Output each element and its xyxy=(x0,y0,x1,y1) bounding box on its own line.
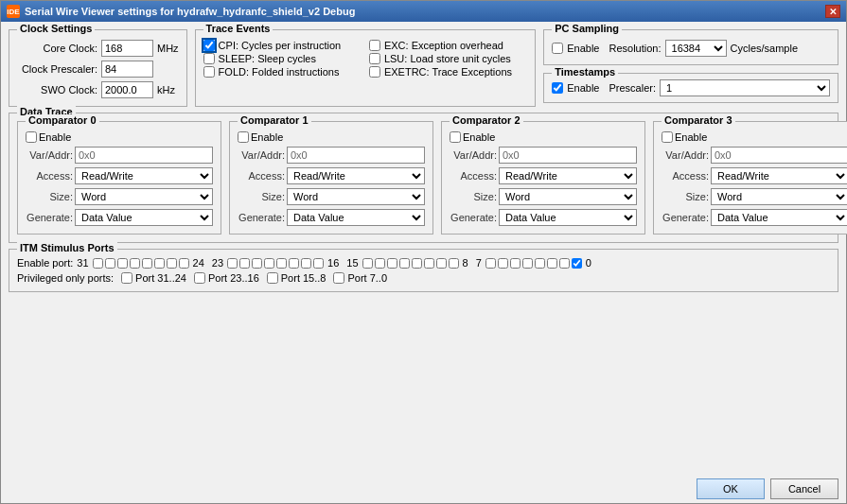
port-9-cb[interactable] xyxy=(436,258,447,269)
comparator-2: Comparator 2 Enable Var/Addr: Access: Re… xyxy=(441,121,645,235)
comparator-3: Comparator 3 Enable Var/Addr: Access: Re… xyxy=(653,121,847,235)
port-5-cb[interactable] xyxy=(510,258,521,269)
trace-fold-checkbox[interactable] xyxy=(203,66,215,78)
priv-15-8: Port 15..8 xyxy=(267,272,326,284)
trace-cpi-label: CPI: Cycles per instruction xyxy=(219,40,342,51)
port-22-cb[interactable] xyxy=(239,258,250,269)
trace-lsu-checkbox[interactable] xyxy=(369,53,380,64)
timestamps-row: Enable Prescaler: 1 4 16 64 xyxy=(552,79,830,96)
core-clock-input[interactable] xyxy=(101,40,153,57)
comp0-access-select[interactable]: Read/WriteReadWrite xyxy=(75,167,213,184)
comp2-access-label: Access: xyxy=(450,170,497,182)
port-25-cb[interactable] xyxy=(167,258,177,269)
comp1-generate-select[interactable]: Data ValuePC ValueBoth xyxy=(287,209,425,226)
comp0-generate-select[interactable]: Data ValuePC ValueBoth xyxy=(75,209,213,226)
timestamps-prescaler-label: Prescaler: xyxy=(609,82,656,94)
close-button[interactable]: ✕ xyxy=(825,5,840,18)
priv-23-16: Port 23..16 xyxy=(194,272,259,284)
ok-button[interactable]: OK xyxy=(697,478,765,499)
comp0-access-row: Access: Read/WriteReadWrite xyxy=(26,167,213,184)
comp0-size-select[interactable]: WordHalfwordByte xyxy=(75,188,213,205)
comp1-varaddr-row: Var/Addr: xyxy=(238,147,425,164)
comp3-enable-checkbox[interactable] xyxy=(662,131,673,143)
comp0-generate-row: Generate: Data ValuePC ValueBoth xyxy=(26,209,213,226)
priv-7-0: Port 7..0 xyxy=(333,272,387,284)
comp0-enable-checkbox[interactable] xyxy=(26,131,37,143)
port-31-cb[interactable] xyxy=(93,258,103,269)
port-21-cb[interactable] xyxy=(252,258,262,269)
port-18-cb[interactable] xyxy=(289,258,299,269)
priv-23-16-label: Port 23..16 xyxy=(208,272,259,284)
comp1-varaddr-input[interactable] xyxy=(287,147,425,164)
port-3-cb[interactable] xyxy=(535,258,545,269)
port-20-cb[interactable] xyxy=(264,258,274,269)
comp3-access-select[interactable]: Read/WriteReadWrite xyxy=(711,167,847,184)
trace-events-group: Trace Events CPI: Cycles per instruction… xyxy=(195,29,537,107)
port-30-cb[interactable] xyxy=(105,258,115,269)
comp1-access-select[interactable]: Read/WriteReadWrite xyxy=(287,167,425,184)
port-23-label: 23 xyxy=(212,257,223,269)
comp3-size-select[interactable]: WordHalfwordByte xyxy=(711,188,847,205)
port-7b-cb[interactable] xyxy=(485,258,496,269)
port-27-cb[interactable] xyxy=(142,258,152,269)
port-29-cb[interactable] xyxy=(117,258,128,269)
timestamps-group: Timestamps Enable Prescaler: 1 4 16 64 xyxy=(543,73,838,103)
port-4-cb[interactable] xyxy=(522,258,533,269)
port-11-cb[interactable] xyxy=(412,258,422,269)
comp1-enable-checkbox[interactable] xyxy=(238,131,249,143)
port-14-cb[interactable] xyxy=(375,258,385,269)
trace-exc-checkbox[interactable] xyxy=(369,40,380,51)
comp3-generate-select[interactable]: Data ValuePC ValueBoth xyxy=(711,209,847,226)
priv-23-16-checkbox[interactable] xyxy=(194,272,205,284)
comp2-size-select[interactable]: WordHalfwordByte xyxy=(499,188,637,205)
priv-15-8-checkbox[interactable] xyxy=(267,272,278,284)
comp3-enable-label: Enable xyxy=(675,131,707,143)
comp1-size-row: Size: WordHalfwordByte xyxy=(238,188,425,205)
timestamps-enable-label: Enable xyxy=(567,82,599,94)
port-19-cb[interactable] xyxy=(276,258,287,269)
port-2-cb[interactable] xyxy=(547,258,557,269)
comp2-generate-label: Generate: xyxy=(450,212,497,223)
trace-exetrc-checkbox[interactable] xyxy=(369,66,380,78)
trace-cpi-checkbox[interactable] xyxy=(203,40,215,51)
clock-settings-label: Clock Settings xyxy=(17,23,95,34)
port-12-cb[interactable] xyxy=(399,258,410,269)
port-15-cb[interactable] xyxy=(362,258,373,269)
main-content: Clock Settings Core Clock: MHz Clock Pre… xyxy=(1,22,846,475)
comp2-enable-checkbox[interactable] xyxy=(450,131,461,143)
port-26-cb[interactable] xyxy=(154,258,165,269)
port-16-cb[interactable] xyxy=(313,258,324,269)
trace-sleep-checkbox[interactable] xyxy=(203,53,215,64)
comp2-generate-select[interactable]: Data ValuePC ValueBoth xyxy=(499,209,637,226)
timestamps-prescaler-select[interactable]: 1 4 16 64 xyxy=(660,79,830,96)
port-28-cb[interactable] xyxy=(130,258,140,269)
pc-sampling-enable-checkbox[interactable] xyxy=(552,43,563,54)
timestamps-enable-checkbox[interactable] xyxy=(552,82,563,94)
port-17-cb[interactable] xyxy=(301,258,311,269)
clock-prescaler-input[interactable] xyxy=(101,61,153,78)
priv-31-24-checkbox[interactable] xyxy=(121,272,132,284)
cancel-button[interactable]: Cancel xyxy=(770,478,838,499)
port-0-cb[interactable] xyxy=(572,258,582,269)
port-1-cb[interactable] xyxy=(559,258,570,269)
port-10-cb[interactable] xyxy=(424,258,434,269)
port-23-cb[interactable] xyxy=(227,258,238,269)
comp3-generate-label: Generate: xyxy=(662,212,709,223)
comparator-0: Comparator 0 Enable Var/Addr: Access: Re… xyxy=(17,121,221,235)
core-clock-unit: MHz xyxy=(157,43,179,54)
comp2-varaddr-input[interactable] xyxy=(499,147,637,164)
port-24-cb[interactable] xyxy=(179,258,189,269)
comp1-size-select[interactable]: WordHalfwordByte xyxy=(287,188,425,205)
port-8-label: 8 xyxy=(463,257,468,269)
trace-sleep: SLEEP: Sleep cycles xyxy=(203,53,362,64)
swo-clock-input[interactable] xyxy=(101,81,153,98)
priv-7-0-checkbox[interactable] xyxy=(333,272,344,284)
port-6-cb[interactable] xyxy=(498,258,508,269)
comp3-varaddr-label: Var/Addr: xyxy=(662,149,709,161)
pc-sampling-resolution-select[interactable]: 16384 1024 2048 4096 8192 32768 xyxy=(665,40,727,57)
port-13-cb[interactable] xyxy=(387,258,397,269)
port-8-cb[interactable] xyxy=(449,258,459,269)
comp0-varaddr-input[interactable] xyxy=(75,147,213,164)
comp3-varaddr-input[interactable] xyxy=(711,147,847,164)
comp2-access-select[interactable]: Read/WriteReadWrite xyxy=(499,167,637,184)
